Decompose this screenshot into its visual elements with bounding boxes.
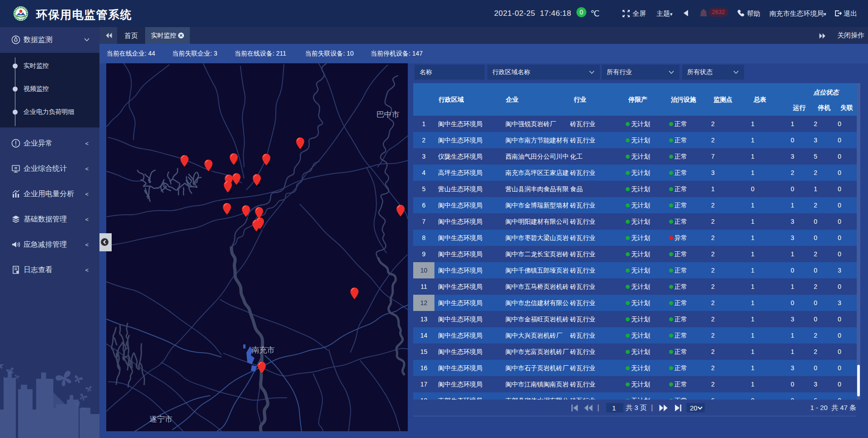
svg-text:南充市: 南充市 [252, 346, 275, 354]
svg-text:遂宁市: 遂宁市 [150, 415, 173, 424]
svg-text:巴中市: 巴中市 [377, 110, 400, 119]
